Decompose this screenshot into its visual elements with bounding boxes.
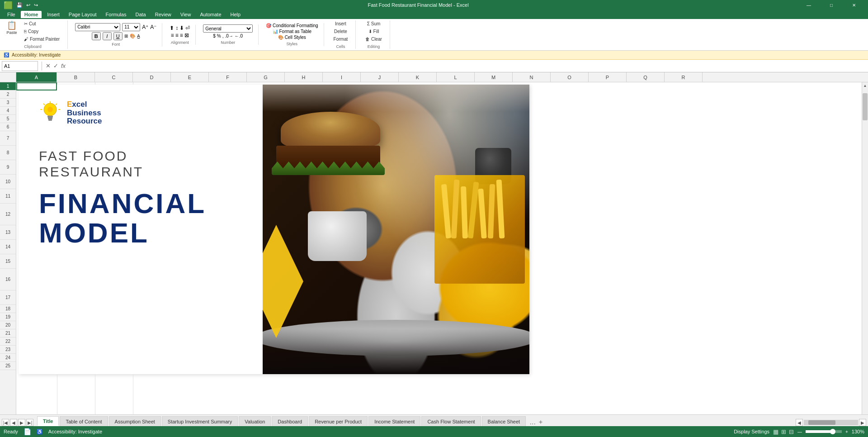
row-num-14[interactable]: 14 [0, 240, 16, 254]
increase-decimal-button[interactable]: .0→ [225, 33, 233, 38]
tab-insert[interactable]: Insert [43, 11, 63, 18]
align-right-button[interactable]: ≡ [180, 32, 183, 38]
row-num-12[interactable]: 12 [0, 204, 16, 225]
tab-home[interactable]: Home [21, 11, 42, 18]
format-table-button[interactable]: 📊 Format as Table [273, 29, 311, 34]
col-header-p[interactable]: P [589, 72, 627, 82]
col-header-l[interactable]: L [437, 72, 475, 82]
zoom-slider-thumb[interactable] [830, 429, 835, 434]
fill-color-button[interactable]: 🎨 [130, 33, 135, 38]
scroll-track-vertical[interactable] [862, 89, 868, 431]
col-header-k[interactable]: K [399, 72, 437, 82]
tab-view[interactable]: View [177, 11, 195, 18]
row-num-25[interactable]: 25 [0, 362, 16, 370]
sheet-tab-balance[interactable]: Balance Sheet [482, 416, 526, 426]
tab-prev-button[interactable]: ◀ [10, 419, 17, 426]
tab-page-layout[interactable]: Page Layout [65, 11, 100, 18]
sheet-tab-income[interactable]: Income Statement [368, 416, 420, 426]
paste-button[interactable]: 📋 Paste [4, 20, 20, 43]
wrap-text-button[interactable]: ⏎ [185, 25, 190, 31]
align-top-button[interactable]: ⬆ [170, 25, 174, 31]
cell-reference-box[interactable]: A1 [2, 61, 38, 71]
sum-button[interactable]: Σ Sum [365, 20, 383, 27]
row-num-7[interactable]: 7 [0, 131, 16, 146]
minimize-button[interactable]: — [798, 0, 819, 10]
align-left-button[interactable]: ≡ [171, 32, 174, 38]
row-num-3[interactable]: 3 [0, 99, 16, 107]
tab-first-button[interactable]: |◀ [2, 419, 9, 426]
zoom-slider[interactable] [806, 430, 842, 433]
underline-button[interactable]: U [113, 32, 123, 40]
col-header-e[interactable]: E [171, 72, 209, 82]
bold-button[interactable]: B [92, 32, 101, 40]
col-header-m[interactable]: M [475, 72, 513, 82]
col-header-r[interactable]: R [665, 72, 703, 82]
hscroll-left-button[interactable]: ◀ [796, 419, 803, 426]
tab-review[interactable]: Review [151, 11, 175, 18]
col-header-j[interactable]: J [361, 72, 399, 82]
percent-format-button[interactable]: % [217, 33, 221, 38]
row-num-2[interactable]: 2 [0, 90, 16, 99]
merge-button[interactable]: ⊠ [184, 32, 189, 38]
col-header-c[interactable]: C [95, 72, 133, 82]
row-num-10[interactable]: 10 [0, 175, 16, 189]
tab-automate[interactable]: Automate [196, 11, 225, 18]
sheet-tab-valuation[interactable]: Valuation [239, 416, 271, 426]
align-middle-button[interactable]: ↕ [175, 25, 178, 31]
row-num-23[interactable]: 23 [0, 346, 16, 354]
sheet-tab-toc[interactable]: Table of Content [60, 416, 108, 426]
font-size-select[interactable]: 11 [122, 23, 140, 31]
more-sheets-button[interactable]: … [529, 418, 536, 426]
row-num-5[interactable]: 5 [0, 115, 16, 123]
row-num-13[interactable]: 13 [0, 225, 16, 240]
scroll-up-button[interactable]: ▲ [862, 82, 868, 89]
tab-next-button[interactable]: ▶ [18, 419, 25, 426]
col-header-i[interactable]: I [323, 72, 361, 82]
fill-button[interactable]: ⬇ Fill [366, 28, 382, 35]
row-num-24[interactable]: 24 [0, 354, 16, 362]
format-cells-button[interactable]: Format [331, 36, 350, 43]
vertical-scrollbar[interactable]: ▲ ▼ [862, 82, 868, 437]
row-num-22[interactable]: 22 [0, 337, 16, 346]
font-color-button[interactable]: A̲ [137, 33, 140, 38]
delete-cells-button[interactable]: Delete [332, 28, 349, 35]
sheet-tab-revenue[interactable]: Revenue per Product [309, 416, 368, 426]
col-header-q[interactable]: Q [627, 72, 665, 82]
sheet-tab-cashflow[interactable]: Cash Flow Statement [421, 416, 481, 426]
zoom-plus-button[interactable]: + [845, 429, 848, 434]
row-num-20[interactable]: 20 [0, 321, 16, 329]
quick-access-redo[interactable]: ↪ [34, 2, 38, 8]
font-family-select[interactable]: Calibri [75, 23, 120, 31]
tab-data[interactable]: Data [132, 11, 149, 18]
row-num-1[interactable]: 1 [0, 82, 16, 90]
format-painter-button[interactable]: 🖌 Format Painter [22, 36, 62, 43]
row-num-8[interactable]: 8 [0, 146, 16, 160]
row-num-15[interactable]: 15 [0, 254, 16, 269]
conditional-format-button[interactable]: 🎯 Conditional Formatting [266, 23, 318, 28]
add-sheet-button[interactable]: ＋ [538, 418, 544, 426]
decrease-font-button[interactable]: A⁻ [150, 24, 156, 30]
sheet-tab-assumption[interactable]: Assumption Sheet [109, 416, 161, 426]
grid-content[interactable]: Excel Business Resource FAST FOOD RESTAU… [16, 82, 862, 437]
status-page-layout-icon[interactable]: 📄 [24, 428, 31, 435]
sheet-tab-dashboard[interactable]: Dashboard [272, 416, 308, 426]
formula-input[interactable] [67, 61, 866, 71]
row-num-11[interactable]: 11 [0, 189, 16, 204]
cut-button[interactable]: ✂ Cut [22, 20, 62, 27]
comma-format-button[interactable]: , [222, 33, 224, 38]
scroll-thumb-vertical[interactable] [863, 93, 868, 120]
copy-button[interactable]: ⎘ Copy [22, 28, 62, 35]
insert-function-icon[interactable]: fx [61, 62, 66, 69]
quick-access-save[interactable]: 💾 [16, 2, 23, 8]
sheet-tab-startup[interactable]: Startup Investment Summary [162, 416, 238, 426]
row-num-19[interactable]: 19 [0, 313, 16, 321]
row-num-6[interactable]: 6 [0, 123, 16, 131]
row-num-17[interactable]: 17 [0, 290, 16, 305]
cancel-formula-icon[interactable]: ✕ [46, 62, 51, 69]
col-header-n[interactable]: N [513, 72, 551, 82]
insert-cells-button[interactable]: Insert [333, 20, 349, 27]
tab-file[interactable]: File [4, 11, 19, 18]
col-header-h[interactable]: H [285, 72, 323, 82]
row-num-16[interactable]: 16 [0, 269, 16, 290]
zoom-minus-button[interactable]: — [797, 429, 802, 434]
